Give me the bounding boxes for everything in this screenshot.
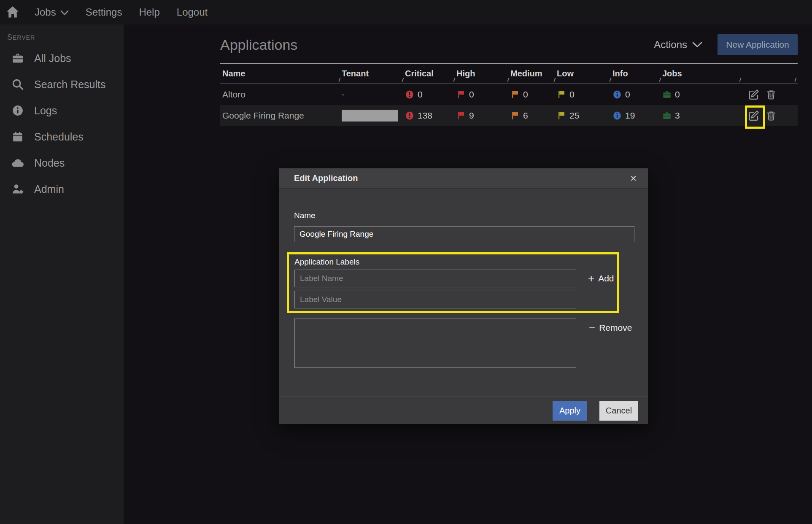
user-gear-icon [11,183,25,195]
flag-icon [510,90,520,99]
briefcase-icon [662,90,672,99]
low-cell: 25 [557,111,612,121]
info-count: 19 [625,111,635,121]
sidebar-item-label: Search Results [34,78,106,91]
column-header-medium[interactable]: Medium [510,64,557,84]
tenant-redacted-block [342,110,398,122]
actions-dropdown[interactable]: Actions [654,39,702,51]
flag-icon [456,111,466,120]
sidebar-item-search-results[interactable]: Search Results [0,71,124,97]
jobs-count: 0 [675,89,680,100]
sidebar-item-admin[interactable]: Admin [0,176,124,202]
jobs-cell: 0 [662,89,742,100]
plus-icon: + [588,273,594,284]
sidebar-item-nodes[interactable]: Nodes [0,150,124,176]
medium-count: 0 [523,89,528,100]
cancel-button[interactable]: Cancel [599,401,638,421]
modal-header: Edit Application ✕ [279,168,648,189]
sidebar-item-label: Nodes [34,157,65,169]
minus-icon: − [589,322,595,333]
sidebar-item-label: All Jobs [34,52,71,65]
sidebar-item-label: Schedules [34,131,84,143]
flag-icon [456,90,466,99]
row-actions-cell [742,110,798,122]
app-name-cell[interactable]: Google Firing Range [220,111,342,121]
column-header-tenant[interactable]: Tenant [342,64,405,84]
edit-application-modal: Edit Application ✕ Name Application Labe… [279,168,648,424]
jobs-cell: 3 [662,111,742,121]
nav-item-logout[interactable]: Logout [168,0,216,24]
table-row[interactable]: Altoro - 0 0 [220,84,798,105]
chevron-down-icon [692,42,702,48]
column-header-critical[interactable]: Critical [405,64,456,84]
labels-listbox[interactable] [294,319,576,368]
home-icon[interactable] [5,5,20,20]
info-icon [612,111,622,120]
high-count: 0 [469,89,474,100]
column-header-high[interactable]: High [456,64,510,84]
nav-item-settings[interactable]: Settings [77,0,131,24]
sidebar-item-schedules[interactable]: Schedules [0,124,124,150]
application-labels-highlight-section: Application Labels + Add [287,252,619,313]
low-count: 0 [569,89,575,100]
high-count: 9 [469,111,474,121]
apply-button[interactable]: Apply [553,401,587,421]
flag-icon [557,111,566,120]
column-header-low[interactable]: Low [557,64,612,84]
modal-footer: Apply Cancel [279,397,648,424]
table-row[interactable]: Google Firing Range 138 9 [220,105,798,126]
edit-application-icon[interactable] [748,89,760,100]
high-cell: 0 [456,89,510,100]
new-application-button[interactable]: New Application [718,34,798,55]
label-value-input[interactable] [294,291,576,308]
info-count: 0 [625,89,630,100]
top-nav: Jobs Settings Help Logout [0,0,812,24]
critical-cell: 0 [405,89,456,100]
nav-item-help[interactable]: Help [130,0,168,24]
remove-label-button[interactable]: − Remove [586,322,634,334]
medium-cell: 6 [510,111,557,121]
info-icon [612,90,622,99]
remove-label-text: Remove [599,323,632,333]
nav-settings-label: Settings [86,6,122,18]
sidebar-item-logs[interactable]: Logs [0,97,124,124]
critical-icon [405,90,414,99]
critical-count: 138 [418,111,432,121]
application-name-input[interactable] [294,226,634,242]
sidebar-item-all-jobs[interactable]: All Jobs [0,45,124,71]
application-labels-heading: Application Labels [294,257,617,267]
add-label-button[interactable]: + Add [585,273,617,284]
sidebar-item-label: Admin [34,183,64,195]
page-title: Applications [220,37,654,53]
jobs-count: 3 [675,111,680,121]
app-name-cell[interactable]: Altoro [220,89,342,100]
column-header-info[interactable]: Info [612,64,662,84]
high-cell: 9 [456,111,510,121]
medium-count: 6 [523,111,528,121]
low-count: 25 [569,111,579,121]
edit-application-icon[interactable] [748,110,760,122]
flag-icon [557,90,566,99]
cloud-icon [11,156,25,170]
actions-label: Actions [654,39,687,51]
briefcase-icon [662,111,672,120]
calendar-icon [11,131,25,143]
sidebar-section-label: Server [7,33,124,42]
close-icon[interactable]: ✕ [627,173,639,184]
applications-table: Name Tenant Critical High Medium Low Inf… [220,64,798,126]
sidebar: Server All Jobs Search Results Logs [0,24,124,524]
info-cell: 19 [612,111,662,121]
nav-item-jobs[interactable]: Jobs [26,0,77,24]
critical-count: 0 [418,89,423,100]
tenant-cell: - [342,89,405,100]
label-name-input[interactable] [294,270,576,287]
column-header-name[interactable]: Name [220,64,342,84]
column-header-jobs[interactable]: Jobs [662,64,742,84]
delete-application-icon[interactable] [766,110,777,122]
row-actions-cell [742,89,798,100]
info-circle-icon [11,105,25,116]
delete-application-icon[interactable] [766,89,777,100]
info-cell: 0 [612,89,662,100]
nav-jobs-label: Jobs [35,6,56,18]
table-header-row: Name Tenant Critical High Medium Low Inf… [220,64,798,84]
